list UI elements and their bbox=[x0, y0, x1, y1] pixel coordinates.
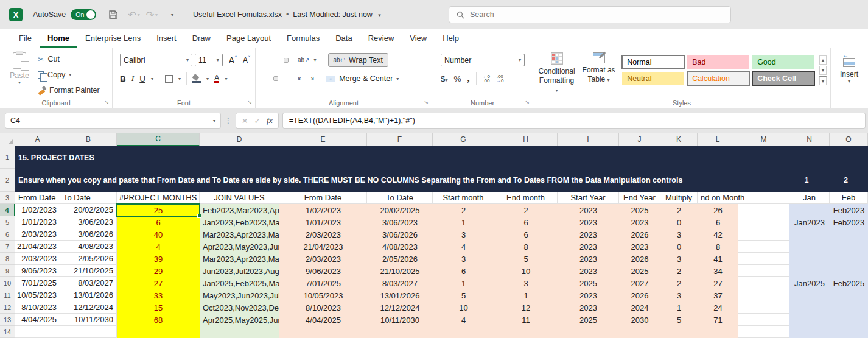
cell-N13[interactable] bbox=[789, 314, 830, 326]
tab-home[interactable]: Home bbox=[40, 29, 77, 48]
cell-F11[interactable]: 13/01/2026 bbox=[367, 289, 433, 301]
cell-E3[interactable]: From Date bbox=[279, 192, 367, 204]
row-header-4[interactable]: 4 bbox=[0, 204, 15, 216]
row-header-14[interactable]: 14 bbox=[0, 326, 15, 338]
column-header-J[interactable]: J bbox=[619, 133, 660, 146]
undo-button[interactable]: ↶▾ bbox=[128, 9, 139, 21]
font-dialog-launcher[interactable]: ↘ bbox=[247, 99, 252, 105]
alignment-dialog-launcher[interactable]: ↘ bbox=[424, 99, 429, 105]
decrease-decimal-button[interactable]: .00→0 bbox=[496, 74, 503, 83]
cell-H12[interactable]: 12 bbox=[494, 301, 558, 314]
cell-G5[interactable]: 1 bbox=[433, 216, 494, 228]
column-header-C[interactable]: C bbox=[117, 133, 200, 146]
cell-J11[interactable]: 2026 bbox=[619, 289, 660, 301]
cell-O11[interactable] bbox=[830, 289, 868, 301]
cell-L14[interactable] bbox=[698, 326, 738, 338]
cell-K8[interactable]: 3 bbox=[660, 253, 698, 265]
cell-K14[interactable] bbox=[660, 326, 698, 338]
cell-L5[interactable]: 6 bbox=[698, 216, 738, 228]
cell-C11[interactable]: 33 bbox=[117, 289, 200, 301]
format-as-table-button[interactable]: Format asTable ▾ bbox=[580, 52, 617, 97]
column-header-N[interactable]: N bbox=[789, 133, 830, 146]
cell-B5[interactable]: 3/06/2023 bbox=[60, 216, 117, 228]
cell-I11[interactable]: 2023 bbox=[558, 289, 619, 301]
column-header-I[interactable]: I bbox=[558, 133, 619, 146]
cell-G4[interactable]: 2 bbox=[433, 204, 494, 216]
cell-I9[interactable]: 2023 bbox=[558, 265, 619, 277]
cell-H9[interactable]: 10 bbox=[494, 265, 558, 277]
cell-H3[interactable]: End month bbox=[494, 192, 558, 204]
cell-O13[interactable] bbox=[830, 314, 868, 326]
cell-B11[interactable]: 13/01/2026 bbox=[60, 289, 117, 301]
cell-O6[interactable] bbox=[830, 228, 868, 241]
cell-N11[interactable] bbox=[789, 289, 830, 301]
cell-D8[interactable]: Mar2023,Apr2023,Ma bbox=[200, 253, 279, 265]
cell-J9[interactable]: 2025 bbox=[619, 265, 660, 277]
cell-M9[interactable] bbox=[738, 265, 789, 277]
cell-H11[interactable]: 1 bbox=[494, 289, 558, 301]
cell-J6[interactable]: 2026 bbox=[619, 228, 660, 241]
align-right-button[interactable] bbox=[282, 76, 289, 82]
cell-E9[interactable]: 9/06/2023 bbox=[279, 265, 367, 277]
cell-N6[interactable] bbox=[789, 228, 830, 241]
paste-button[interactable]: Paste ▾ bbox=[6, 52, 33, 97]
row-header-13[interactable]: 13 bbox=[0, 314, 15, 326]
cell-H5[interactable]: 6 bbox=[494, 216, 558, 228]
cell-J7[interactable]: 2023 bbox=[619, 241, 660, 253]
font-size-select[interactable]: 11 ▾ bbox=[195, 54, 223, 66]
cell-F9[interactable]: 21/10/2025 bbox=[367, 265, 433, 277]
tab-help[interactable]: Help bbox=[435, 29, 467, 48]
cell-F3[interactable]: To Date bbox=[367, 192, 433, 204]
row-header-10[interactable]: 10 bbox=[0, 277, 15, 289]
cancel-formula-button[interactable]: ✕ bbox=[242, 116, 248, 125]
cell-J5[interactable]: 2023 bbox=[619, 216, 660, 228]
tab-insert[interactable]: Insert bbox=[149, 29, 184, 48]
cell-L7[interactable]: 8 bbox=[698, 241, 738, 253]
tab-formulas[interactable]: Formulas bbox=[279, 29, 327, 48]
column-header-F[interactable]: F bbox=[367, 133, 433, 146]
cell-C7[interactable]: 4 bbox=[117, 241, 200, 253]
cell-E6[interactable]: 2/03/2023 bbox=[279, 228, 367, 241]
cell-A8[interactable]: 2/03/2023 bbox=[15, 253, 60, 265]
cell-A12[interactable]: 8/10/2023 bbox=[15, 301, 60, 314]
cell-E4[interactable]: 1/02/2023 bbox=[279, 204, 367, 216]
column-header-K[interactable]: K bbox=[660, 133, 698, 146]
borders-button[interactable] bbox=[165, 75, 173, 83]
cell-F10[interactable]: 8/03/2027 bbox=[367, 277, 433, 289]
cell-G3[interactable]: Start month bbox=[433, 192, 494, 204]
cell-D7[interactable]: Apr2023,May2023,Jun bbox=[200, 241, 279, 253]
orientation-button[interactable]: ab↗ bbox=[298, 57, 310, 63]
banner-row-2[interactable]: Ensure when you copy and paste that From… bbox=[15, 169, 868, 192]
cell-E5[interactable]: 1/01/2023 bbox=[279, 216, 367, 228]
cell-H6[interactable]: 6 bbox=[494, 228, 558, 241]
number-format-select[interactable]: Number ▾ bbox=[441, 54, 525, 66]
cell-K12[interactable]: 1 bbox=[660, 301, 698, 314]
cell-N9[interactable] bbox=[789, 265, 830, 277]
formula-input[interactable]: =TEXT((DATEDIF(A4,B4,"M")+1),"#") bbox=[282, 113, 866, 129]
cell-I14[interactable] bbox=[558, 326, 619, 338]
cell-K7[interactable]: 0 bbox=[660, 241, 698, 253]
cell-D4[interactable]: Feb2023,Mar2023,Ap bbox=[200, 204, 279, 216]
style-bad[interactable]: Bad bbox=[687, 55, 749, 69]
save-button[interactable] bbox=[108, 10, 118, 19]
cell-M13[interactable] bbox=[738, 314, 789, 326]
cell-D13[interactable]: Apr2025,May2025,Jun bbox=[200, 314, 279, 326]
cell-J8[interactable]: 2026 bbox=[619, 253, 660, 265]
cell-G11[interactable]: 5 bbox=[433, 289, 494, 301]
cell-L6[interactable]: 42 bbox=[698, 228, 738, 241]
gallery-scroll-down-button[interactable]: ▼ bbox=[819, 66, 827, 75]
cell-L3[interactable]: nd on Month bbox=[698, 192, 738, 204]
cell-G6[interactable]: 3 bbox=[433, 228, 494, 241]
cell-H7[interactable]: 8 bbox=[494, 241, 558, 253]
cell-L10[interactable]: 27 bbox=[698, 277, 738, 289]
cell-J3[interactable]: End Year bbox=[619, 192, 660, 204]
cell-C6[interactable]: 40 bbox=[117, 228, 200, 241]
cell-A10[interactable]: 7/01/2025 bbox=[15, 277, 60, 289]
cell-C5[interactable]: 6 bbox=[117, 216, 200, 228]
cell-G13[interactable]: 4 bbox=[433, 314, 494, 326]
column-header-L[interactable]: L bbox=[698, 133, 738, 146]
style-neutral[interactable]: Neutral bbox=[622, 72, 684, 85]
customize-quick-access-icon[interactable]: ▾ bbox=[169, 13, 176, 16]
cell-I6[interactable]: 2023 bbox=[558, 228, 619, 241]
cell-F8[interactable]: 2/05/2026 bbox=[367, 253, 433, 265]
